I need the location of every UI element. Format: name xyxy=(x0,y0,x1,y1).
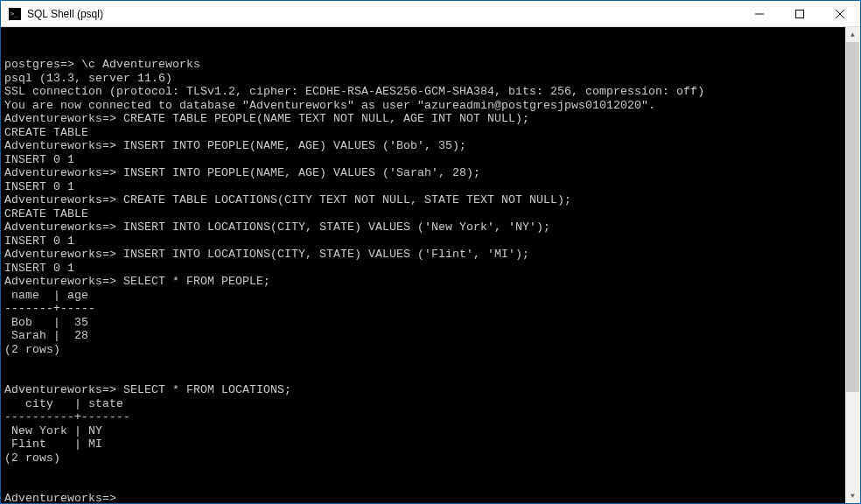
terminal-line: CREATE TABLE xyxy=(4,126,860,140)
terminal-line: Adventureworks=> SELECT * FROM PEOPLE; xyxy=(4,275,860,289)
terminal-line: SSL connection (protocol: TLSv1.2, ciphe… xyxy=(4,85,860,99)
scrollbar-thumb[interactable] xyxy=(846,42,859,392)
terminal-line: (2 rows) xyxy=(4,452,860,466)
terminal-line: Bob | 35 xyxy=(4,316,860,330)
terminal-line xyxy=(4,479,860,493)
terminal-line: New York | NY xyxy=(4,424,860,438)
terminal-line: city | state xyxy=(4,397,860,411)
terminal-line: Adventureworks=> CREATE TABLE LOCATIONS(… xyxy=(4,193,860,207)
scroll-down-arrow[interactable]: ▼ xyxy=(845,488,860,503)
terminal-line: Adventureworks=> CREATE TABLE PEOPLE(NAM… xyxy=(4,112,860,126)
terminal-line: INSERT 0 1 xyxy=(4,234,860,248)
vertical-scrollbar[interactable]: ▲ ▼ xyxy=(845,27,860,503)
svg-text:>_: >_ xyxy=(10,10,18,18)
terminal-line: Adventureworks=> INSERT INTO PEOPLE(NAME… xyxy=(4,166,860,180)
terminal-line: (2 rows) xyxy=(4,343,860,357)
terminal-line: ----------+------- xyxy=(4,410,860,424)
window-controls xyxy=(739,1,860,26)
svg-rect-3 xyxy=(796,10,804,18)
terminal-line: You are now connected to database "Adven… xyxy=(4,99,860,113)
terminal-line xyxy=(4,356,860,370)
terminal-line: INSERT 0 1 xyxy=(4,180,860,194)
terminal-line: Adventureworks=> INSERT INTO LOCATIONS(C… xyxy=(4,220,860,234)
terminal-line: Adventureworks=> INSERT INTO LOCATIONS(C… xyxy=(4,248,860,262)
terminal-line: INSERT 0 1 xyxy=(4,153,860,167)
terminal-line: CREATE TABLE xyxy=(4,207,860,221)
terminal-line: INSERT 0 1 xyxy=(4,262,860,276)
terminal-line xyxy=(4,370,860,384)
terminal-line: postgres=> \c Adventureworks xyxy=(4,58,860,72)
terminal-line: Adventureworks=> xyxy=(4,492,860,504)
terminal-line xyxy=(4,465,860,479)
window-title: SQL Shell (psql) xyxy=(27,8,739,20)
terminal-line: psql (13.3, server 11.6) xyxy=(4,72,860,86)
scroll-up-arrow[interactable]: ▲ xyxy=(845,27,860,42)
close-button[interactable] xyxy=(820,1,860,26)
app-icon: >_ xyxy=(8,7,22,21)
terminal-line: Sarah | 28 xyxy=(4,329,860,343)
minimize-button[interactable] xyxy=(739,1,780,26)
titlebar: >_ SQL Shell (psql) xyxy=(1,1,860,27)
terminal-output[interactable]: postgres=> \c Adventureworkspsql (13.3, … xyxy=(1,27,860,503)
terminal-line: -------+----- xyxy=(4,302,860,316)
terminal-line: name | age xyxy=(4,289,860,303)
terminal-line: Flint | MI xyxy=(4,438,860,452)
maximize-button[interactable] xyxy=(780,1,820,26)
terminal-line: Adventureworks=> INSERT INTO PEOPLE(NAME… xyxy=(4,139,860,153)
terminal-line: Adventureworks=> SELECT * FROM LOCATIONS… xyxy=(4,383,860,397)
